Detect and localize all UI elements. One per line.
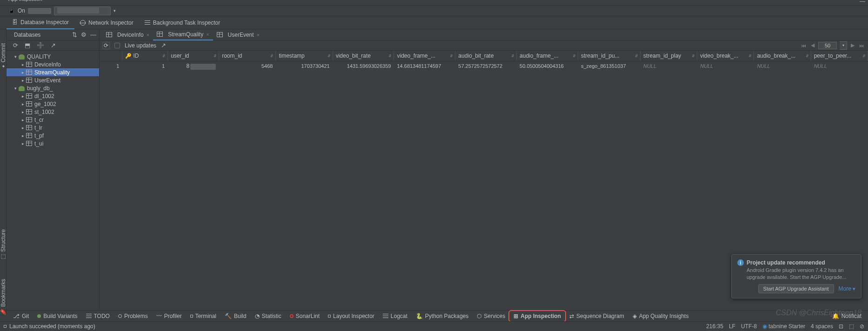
btab-profiler[interactable]: 〰Profiler bbox=[153, 311, 186, 321]
close-icon[interactable]: × bbox=[206, 32, 209, 37]
filetab-deviceinfo[interactable]: DeviceInfo× bbox=[102, 30, 153, 40]
more-link[interactable]: More ▾ bbox=[839, 285, 855, 292]
btab-problems[interactable]: Problems bbox=[114, 311, 152, 321]
page-next-icon[interactable]: ▶ bbox=[850, 42, 855, 48]
col-sidpub[interactable]: stream_id_pu...⇵ bbox=[578, 51, 640, 61]
minimize-icon[interactable]: — bbox=[90, 31, 96, 38]
status-ic2[interactable]: ⬚ bbox=[849, 323, 854, 330]
btab-services[interactable]: ⬡Services bbox=[473, 311, 509, 321]
table-deviceinfo[interactable]: ▸DeviceInfo bbox=[7, 60, 99, 68]
table-icon bbox=[26, 117, 32, 122]
cursor-pos[interactable]: 216:35 bbox=[706, 323, 723, 330]
add-icon[interactable]: ➕ bbox=[37, 42, 44, 49]
encoding[interactable]: UTF-8 bbox=[741, 323, 757, 330]
page-last-icon[interactable]: ⏭ bbox=[858, 43, 865, 48]
db-bugly[interactable]: ▾bugly_db_ bbox=[7, 84, 99, 92]
btab-todo[interactable]: TODO bbox=[82, 311, 114, 321]
db-quality[interactable]: ▾QUALITY bbox=[7, 53, 99, 60]
line-sep[interactable]: LF bbox=[729, 323, 735, 330]
export-data-icon[interactable]: ↗ bbox=[161, 42, 166, 49]
bell-icon: 🔔 bbox=[832, 313, 839, 319]
table-tpf[interactable]: ▸t_pf bbox=[7, 132, 99, 139]
page-first-icon[interactable]: ⏮ bbox=[800, 43, 807, 48]
tab-network-inspector[interactable]: Network Inspector bbox=[74, 17, 139, 29]
gear-icon[interactable]: ⚙ bbox=[81, 31, 87, 38]
status-ic1[interactable]: ⊡ bbox=[839, 323, 843, 330]
filter-icon[interactable]: ⇅ bbox=[72, 31, 77, 38]
table-row[interactable]: 1 1 8 5468 1703730421 1431.59693026359 1… bbox=[100, 61, 868, 71]
col-abr[interactable]: audio_bit_rate⇵ bbox=[455, 51, 517, 61]
popup-message: Android Gradle plugin version 7.4.2 has … bbox=[747, 267, 855, 280]
table-tcr[interactable]: ▸t_cr bbox=[7, 116, 99, 124]
rail-structure[interactable]: ⬚Structure bbox=[0, 229, 7, 260]
profiler-icon: 〰 bbox=[156, 313, 162, 319]
filetab-userevent[interactable]: UserEvent× bbox=[213, 30, 263, 40]
rail-bookmarks[interactable]: 🔖Bookmarks bbox=[0, 279, 7, 316]
task-icon bbox=[145, 20, 150, 26]
status-icon[interactable] bbox=[4, 325, 7, 328]
start-upgrade-button[interactable]: Start AGP Upgrade Assistant bbox=[758, 284, 834, 293]
device-dropdown[interactable] bbox=[54, 7, 111, 15]
btab-build[interactable]: 🔨Build bbox=[221, 311, 250, 321]
device-prefix: On bbox=[18, 7, 25, 14]
table-ge1002[interactable]: ▸ge_1002 bbox=[7, 100, 99, 108]
page-size-dropdown[interactable]: ▾ bbox=[840, 41, 847, 50]
table-streamquality[interactable]: ▸StreamQuality bbox=[7, 68, 99, 76]
col-userid[interactable]: user_id⇵ bbox=[168, 51, 219, 61]
btab-git[interactable]: ⎇Git bbox=[9, 311, 33, 321]
btab-layoutinspector[interactable]: Layout Inspector bbox=[324, 311, 378, 321]
table-tui[interactable]: ▸t_ui bbox=[7, 139, 99, 147]
btab-sequence[interactable]: ⇄Sequence Diagram bbox=[566, 311, 628, 321]
col-p2p[interactable]: peer_to_peer...⇵ bbox=[811, 51, 868, 61]
data-table: 🔑 ID⇵ user_id⇵ room_id⇵ timestamp⇵ video… bbox=[100, 51, 868, 71]
btab-terminal[interactable]: Terminal bbox=[187, 311, 220, 321]
table-tlr[interactable]: ▸t_lr bbox=[7, 124, 99, 132]
col-rownum[interactable] bbox=[100, 51, 122, 61]
col-afr[interactable]: audio_frame_...⇵ bbox=[517, 51, 578, 61]
col-timestamp[interactable]: timestamp⇵ bbox=[276, 51, 333, 61]
btab-sonarlint[interactable]: SonarLint bbox=[286, 311, 323, 321]
col-abreak[interactable]: audio_break_...⇵ bbox=[754, 51, 811, 61]
chevron-down-icon[interactable]: ▾ bbox=[114, 8, 116, 13]
btab-notifications[interactable]: 🔔Notificat bbox=[828, 311, 865, 321]
page-size-input[interactable] bbox=[818, 42, 837, 49]
open-icon[interactable]: ↗ bbox=[51, 42, 56, 49]
indent[interactable]: 4 spaces bbox=[811, 323, 833, 330]
page-prev-icon[interactable]: ◀ bbox=[810, 42, 815, 48]
hide-panel-icon[interactable]: — bbox=[860, 0, 865, 5]
refresh-button[interactable]: ⟳ bbox=[102, 42, 110, 49]
table-icon bbox=[26, 78, 32, 83]
close-icon[interactable]: × bbox=[147, 32, 149, 38]
btab-statistic[interactable]: ◔Statistic bbox=[251, 311, 285, 321]
device-name-masked bbox=[28, 8, 51, 14]
table-dl1002[interactable]: ▸dl_1002 bbox=[7, 92, 99, 100]
services-icon: ⬡ bbox=[477, 313, 481, 319]
tab-database-inspector[interactable]: 🗄 Database Inspector bbox=[7, 16, 74, 29]
refresh-icon[interactable]: ⟳ bbox=[13, 42, 18, 49]
btab-logcat[interactable]: Logcat bbox=[379, 311, 411, 321]
col-id[interactable]: 🔑 ID⇵ bbox=[122, 51, 168, 61]
inspection-icon: ⊞ bbox=[514, 313, 518, 319]
database-icon bbox=[19, 86, 25, 90]
filetab-streamquality[interactable]: StreamQuality× bbox=[153, 29, 213, 40]
btab-python[interactable]: 🐍Python Packages bbox=[412, 311, 472, 321]
tab-background-task-inspector[interactable]: Background Task Inspector bbox=[139, 17, 226, 29]
col-vbreak[interactable]: video_break_...⇵ bbox=[697, 51, 754, 61]
inspector-tabs: 🗄 Database Inspector Network Inspector B… bbox=[0, 16, 868, 29]
table-st1002[interactable]: ▸st_1002 bbox=[7, 108, 99, 116]
btab-quality[interactable]: ◈App Quality Insights bbox=[629, 311, 693, 321]
close-icon[interactable]: × bbox=[257, 32, 260, 38]
col-vfr[interactable]: video_frame_...⇵ bbox=[394, 51, 455, 61]
col-vbr[interactable]: video_bit_rate⇵ bbox=[333, 51, 394, 61]
table-userevent[interactable]: ▸UserEvent bbox=[7, 76, 99, 84]
btab-buildvariants[interactable]: Build Variants bbox=[33, 311, 81, 321]
rail-commit[interactable]: ⬥Commit bbox=[0, 43, 7, 70]
col-sidplay[interactable]: stream_id_play⇵ bbox=[640, 51, 697, 61]
btab-appinspection[interactable]: ⊞App Inspection bbox=[510, 311, 565, 321]
export-icon[interactable]: ⬒ bbox=[25, 42, 30, 49]
live-updates-checkbox[interactable] bbox=[114, 43, 120, 48]
status-ic3[interactable]: ⊘ bbox=[860, 323, 864, 330]
col-roomid[interactable]: room_id⇵ bbox=[219, 51, 276, 61]
tab-label: Background Task Inspector bbox=[153, 20, 220, 26]
tabnine-status[interactable]: ◉ tabnine Starter bbox=[762, 323, 805, 330]
